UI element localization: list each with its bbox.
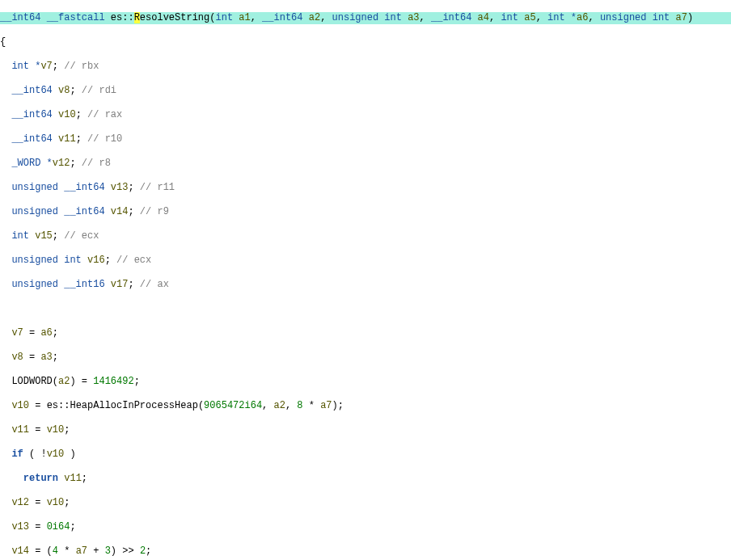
cursor: R — [134, 12, 140, 23]
calling-convention: __fastcall — [47, 12, 105, 23]
decl-line: unsigned __int64 v13; // r11 — [0, 182, 731, 194]
decl-line: unsigned __int64 v14; // r9 — [0, 206, 731, 218]
stmt: v13 = 0i64; — [0, 521, 731, 533]
stmt: v14 = (4 * a7 + 3) >> 2; — [0, 545, 731, 558]
decl-line: unsigned int v16; // ecx — [0, 255, 731, 267]
decl-line: int *v7; // rbx — [0, 61, 731, 73]
decl-line: unsigned __int16 v17; // ax — [0, 279, 731, 291]
function-name-rest: esolveString — [140, 12, 209, 23]
decl-line: __int64 v11; // r10 — [0, 133, 731, 145]
stmt: v12 = v10; — [0, 497, 731, 509]
decl-line: _WORD *v12; // r8 — [0, 158, 731, 170]
stmt: if ( !v10 ) — [0, 448, 731, 461]
decl-line: int v15; // ecx — [0, 230, 731, 242]
stmt: LODWORD(a2) = 1416492; — [0, 376, 731, 388]
stmt: v7 = a6; — [0, 327, 731, 339]
stmt: return v11; — [0, 473, 731, 485]
function-signature-line[interactable]: __int64 __fastcall es::ResolveString(int… — [0, 12, 731, 24]
decompiler-view[interactable]: __int64 __fastcall es::ResolveString(int… — [0, 0, 731, 560]
stmt: v11 = v10; — [0, 424, 731, 436]
decl-line: __int64 v10; // rax — [0, 109, 731, 121]
return-type: __int64 — [0, 12, 40, 23]
decl-line: __int64 v8; // rdi — [0, 85, 731, 97]
stmt: v8 = a3; — [0, 352, 731, 364]
blank-line — [0, 303, 731, 315]
namespace: es — [111, 12, 122, 23]
stmt: v10 = es::HeapAllocInProcessHeap(9065472… — [0, 400, 731, 412]
brace-open: { — [0, 36, 731, 48]
